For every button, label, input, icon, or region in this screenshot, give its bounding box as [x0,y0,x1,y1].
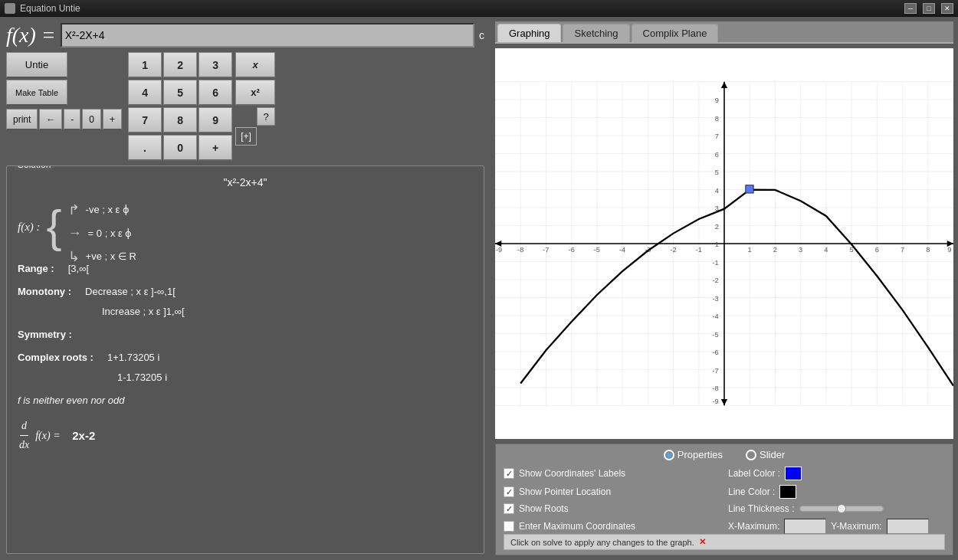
sign-items: ↱ -ve ; x ε ϕ → = 0 ; x ε ϕ ↳ +ve ; x ∈ … [68,198,136,256]
svg-text:5: 5 [715,169,719,176]
num-1-button[interactable]: 1 [128,52,162,78]
monotony-line: Monotony : Decrease ; x ε ]-∞,1[ [18,283,473,300]
fx-label: f(x) : [18,218,41,237]
svg-text:-9: -9 [713,398,719,405]
graph-svg: -1 -2 -3 -4 -5 -6 -7 -8 -9 1 2 3 4 5 6 7 [495,48,953,439]
num-6-button[interactable]: 6 [198,80,232,106]
line-color-label: Line Color : [728,486,775,497]
properties-panel: Properties Slider Show Coordinates' Labe… [495,444,953,555]
svg-text:8: 8 [926,246,930,254]
symmetry-line: Symmetry : [18,326,473,343]
svg-text:-4: -4 [619,246,625,254]
svg-text:-2: -2 [713,277,719,284]
label-color-swatch[interactable] [785,467,802,480]
svg-text:4: 4 [824,246,828,254]
show-coords-row: Show Coordinates' Labels [504,467,720,480]
num-2-button[interactable]: 2 [163,52,197,78]
deriv-result: 2x-2 [72,426,95,446]
enter-max-row: Enter Maximum Coordinates [504,519,720,534]
show-pointer-checkbox[interactable] [504,486,514,497]
show-pointer-row: Show Pointer Location [504,485,720,499]
line-thickness-slider[interactable] [799,506,884,512]
derivative-block: d dx f(x) = 2x-2 [18,417,473,454]
zero-button[interactable]: 0 [82,109,101,130]
numpad-area: Untie Make Table print ← - 0 + 1 2 3 4 5… [6,52,484,161]
line-color-swatch[interactable] [779,485,796,499]
minimize-button[interactable]: ─ [904,3,917,14]
svg-text:-8: -8 [517,246,523,254]
line-thickness-row: Line Thickness : [728,503,945,514]
deriv-dx: dx [18,436,31,454]
props-grid: Show Coordinates' Labels Label Color : S… [504,467,945,534]
svg-text:2: 2 [773,246,777,254]
solution-content: "x²-2x+4" f(x) : { ↱ -ve ; x ε ϕ → = 0 ;… [18,174,473,454]
plus-button[interactable]: + [103,109,122,130]
num-8-button[interactable]: 8 [163,107,197,133]
max-coords-row: X-Maximum: Y-Maximum: [728,519,945,534]
graph-container: -1 -2 -3 -4 -5 -6 -7 -8 -9 1 2 3 4 5 6 7 [495,48,953,439]
radio-slider-label[interactable]: Slider [746,449,785,460]
num-3-button[interactable]: 3 [198,52,232,78]
parity-line: f is neither even nor odd [18,392,473,409]
tab-complix-plane[interactable]: Complix Plane [632,24,719,42]
make-table-button[interactable]: Make Table [6,80,67,106]
svg-text:2: 2 [715,223,719,231]
radio-properties-circle[interactable] [664,450,674,460]
brace-icon: { [47,206,62,247]
show-roots-checkbox[interactable] [504,503,514,514]
close-button[interactable]: ✕ [941,3,953,14]
radio-slider-circle[interactable] [746,450,756,460]
num-9-button[interactable]: 9 [198,107,232,133]
help-button[interactable]: ? [257,107,275,126]
sign-neg: -ve ; x ε ϕ [86,201,130,218]
numpad-grid: 1 2 3 4 5 6 7 8 9 . 0 + [128,52,232,161]
deriv-d: d [20,417,28,436]
num-dot-button[interactable]: . [128,135,162,161]
tab-graphing[interactable]: Graphing [497,24,561,42]
num-5-button[interactable]: 5 [163,80,197,106]
deriv-fx: f(x) = [35,427,60,445]
num-4-button[interactable]: 4 [128,80,162,106]
maximize-button[interactable]: □ [923,3,935,14]
equation-title: "x²-2x+4" [18,174,473,192]
app-icon [5,3,15,14]
root2: 1-1.73205 i [117,372,167,383]
status-close-button[interactable]: ✕ [699,537,706,547]
expand-button[interactable]: [+] [235,127,257,146]
svg-text:6: 6 [715,151,719,159]
show-coords-checkbox[interactable] [504,468,514,479]
minus-button[interactable]: - [64,109,80,130]
svg-text:-1: -1 [696,246,702,254]
x-max-label: X-Maximum: [728,521,779,532]
tab-bar: Graphing Sketching Complix Plane [495,21,953,44]
function-input[interactable] [61,23,474,47]
slider-thumb-icon[interactable] [837,504,846,513]
num-plus-button[interactable]: + [198,135,232,161]
tab-sketching[interactable]: Sketching [563,24,629,42]
y-max-input[interactable] [887,519,929,534]
print-button[interactable]: print [6,109,38,130]
svg-text:3: 3 [799,246,802,254]
title-bar: Equation Untie ─ □ ✕ [0,0,958,17]
x-max-input[interactable] [784,519,826,534]
x-button[interactable]: x [235,52,275,78]
svg-text:1: 1 [748,246,752,254]
svg-text:-7: -7 [543,246,549,254]
line-thickness-label: Line Thickness : [728,503,795,514]
x2-button[interactable]: x² [235,80,275,106]
solution-panel: Solution "x²-2x+4" f(x) : { ↱ -ve ; x ε … [6,165,484,554]
label-color-row: Label Color : [728,467,945,480]
radio-properties-label[interactable]: Properties [664,449,723,460]
svg-text:6: 6 [875,246,879,254]
c-label: c [479,29,484,41]
svg-text:-8: -8 [713,385,719,392]
num-7-button[interactable]: 7 [128,107,162,133]
backspace-button[interactable]: ← [39,109,62,130]
line-color-row: Line Color : [728,485,945,499]
untie-button[interactable]: Untie [6,52,67,78]
parity: f is neither even nor odd [18,395,124,406]
num-0-button[interactable]: 0 [163,135,197,161]
enter-max-checkbox[interactable] [504,521,514,532]
left-panel: f(x) = c Untie Make Table print ← - 0 + … [0,17,490,560]
svg-text:-6: -6 [569,246,575,254]
